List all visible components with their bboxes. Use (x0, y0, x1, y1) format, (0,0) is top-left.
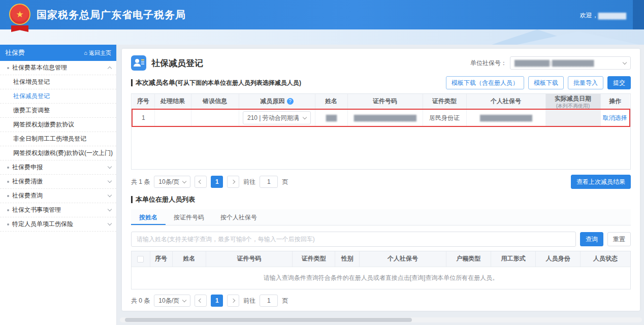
reduction-table: 序号 处理结果 错误信息 减员原因? 姓名 证件号码 证件类型 个人社保号 实际… (131, 93, 631, 170)
chevron-down-icon (108, 165, 112, 169)
cell-reason: 210 | 劳动合同期满 (239, 109, 315, 126)
chevron-down-icon (303, 115, 307, 119)
sidebar-item-declare[interactable]: 社保费申报 (0, 160, 116, 175)
section1-title: 本次减员名单(可从下面的本单位在册人员列表选择减员人员) (131, 78, 301, 87)
cancel-select-link[interactable]: 取消选择 (603, 114, 627, 121)
reduction-table-header: 序号 处理结果 错误信息 减员原因? 姓名 证件号码 证件类型 个人社保号 实际… (132, 94, 630, 109)
reset-button[interactable]: 重置 (607, 232, 631, 246)
search-input[interactable] (131, 232, 576, 247)
empty-row: 请输入查询条件查询符合条件的在册人员或者直接点击[查询]查询本单位所有在册人员。 (132, 267, 630, 289)
next-page-button[interactable] (227, 295, 239, 307)
goto-label: 前往 (243, 178, 255, 186)
chevron-right-icon (231, 180, 235, 184)
chevron-down-icon (108, 193, 112, 197)
goto-page-input[interactable] (260, 295, 278, 307)
site-title: 国家税务总局广东省电子税务局 (37, 8, 186, 22)
chevron-left-icon (199, 180, 203, 184)
username-masked: ████████ (598, 13, 626, 19)
main-area: 社保减员登记 单位社保号： ██████████ | ████████████ … (117, 45, 644, 325)
help-icon[interactable]: ? (287, 98, 294, 105)
pagination-2: 共 0 条 10条/页 1 前往 页 (131, 295, 631, 307)
home-icon: ⌂ (84, 50, 87, 56)
cell-action: 取消选择 (600, 109, 630, 126)
logo-ribbon (11, 25, 28, 32)
sidebar-item-query[interactable]: 社保费查询 (0, 189, 116, 203)
chevron-down-icon (108, 221, 112, 225)
chevron-right-icon (231, 299, 235, 303)
chevron-down-icon (108, 207, 112, 211)
next-page-button[interactable] (227, 176, 239, 188)
prev-page-button[interactable] (195, 295, 207, 307)
sidebar-item-esign-tax-agreement[interactable]: 网签授权划缴税(费)款协议(一次上门) (0, 146, 116, 160)
prev-page-button[interactable] (195, 176, 207, 188)
template-download-button[interactable]: 模板下载 (528, 76, 564, 89)
horizontal-scrollbar[interactable] (120, 317, 642, 322)
goto-page-input[interactable] (260, 176, 278, 188)
select-all-checkbox[interactable] (137, 256, 144, 263)
cell-error (191, 109, 239, 126)
page-title: 社保减员登记 (151, 57, 203, 69)
submit-button[interactable]: 提交 (607, 76, 631, 89)
empty-message: 请输入查询条件查询符合条件的在册人员或者直接点击[查询]查询本单位所有在册人员。 (132, 267, 630, 289)
sidebar-item-wage-adjust[interactable]: 缴费工资调整 (0, 104, 116, 118)
page-number-button[interactable]: 1 (211, 295, 223, 307)
sidebar-item-esign-fee-agreement[interactable]: 网签授权划缴费款协议 (0, 118, 116, 132)
batch-import-button[interactable]: 批量导入 (568, 76, 603, 89)
view-last-result-button[interactable]: 查看上次减员结果 (571, 175, 631, 189)
back-home-link[interactable]: ⌂ 返回主页 (84, 49, 111, 57)
sidebar-item-add-person[interactable]: 社保增员登记 (0, 75, 116, 89)
page-number-button[interactable]: 1 (211, 176, 223, 188)
banner (0, 29, 644, 45)
content-card: 社保减员登记 单位社保号： ██████████ | ████████████ … (122, 49, 640, 311)
per-page-select[interactable]: 10条/页 (154, 295, 190, 307)
cell-id-type: 居民身份证 (423, 109, 466, 126)
reason-select[interactable]: 210 | 劳动合同期满 (243, 111, 311, 124)
total-count: 共 1 条 (131, 178, 150, 186)
scrollbar-thumb[interactable] (125, 318, 412, 322)
section2-title: 本单位在册人员列表 (131, 195, 195, 204)
chevron-down-icon (182, 298, 186, 302)
search-tabs: 按姓名 按证件号码 按个人社保号 (131, 209, 631, 225)
welcome-prefix: 欢迎， (580, 11, 598, 20)
site-logo: ★ (8, 4, 31, 32)
cell-date (545, 109, 600, 126)
sidebar-header: 社保费 ⌂ 返回主页 (0, 45, 116, 61)
sidebar-item-parttime-injury-add[interactable]: 非全日制用工工伤增员登记 (0, 132, 116, 146)
welcome-user[interactable]: 欢迎， ████████ (580, 11, 626, 20)
sidebar-item-basic-info[interactable]: 社保费基本信息管理 (0, 61, 116, 75)
cell-id-number: ██████████████████ (347, 109, 423, 126)
tab-by-id-number[interactable]: 按证件号码 (166, 209, 212, 225)
sidebar-item-reduce-person[interactable]: 社保减员登记 (0, 89, 116, 104)
banner-mountain-shape (517, 31, 639, 45)
tab-by-personal-ssn[interactable]: 按个人社保号 (212, 209, 265, 225)
per-page-select[interactable]: 10条/页 (154, 176, 190, 188)
chevron-down-icon (108, 179, 112, 183)
page-unit-label: 页 (282, 178, 288, 186)
sidebar-item-special-injury[interactable]: 特定人员单项工伤保险 (0, 217, 116, 232)
template-download-with-staff-button[interactable]: 模板下载（含在册人员） (446, 76, 524, 89)
staff-table-header: 序号 姓名 证件号码 证件类型 性别 个人社保号 户籍类型 用工形式 人员身份 … (132, 251, 630, 267)
chevron-down-icon (623, 60, 627, 64)
goto-label: 前往 (243, 297, 255, 305)
header-right-strip (633, 0, 644, 29)
cell-result (154, 109, 191, 126)
sidebar-title: 社保费 (5, 48, 25, 57)
staff-table: 序号 姓名 证件号码 证件类型 性别 个人社保号 户籍类型 用工形式 人员身份 … (131, 251, 631, 289)
sidebar-item-payoff[interactable]: 社保费清缴 (0, 175, 116, 189)
table-row-selected: 1 210 | 劳动合同期满 ███ ██████████████████ (132, 109, 630, 126)
total-count: 共 0 条 (131, 297, 150, 305)
chevron-left-icon (199, 299, 203, 303)
sidebar-item-documents[interactable]: 社保文书事项管理 (0, 203, 116, 217)
cell-personal-ssn: ███████████████ (466, 109, 545, 126)
tab-by-name[interactable]: 按姓名 (131, 209, 166, 225)
unit-ssn-label: 单位社保号： (470, 59, 507, 68)
pagination-1: 共 1 条 10条/页 1 前往 页 查看上次减员结果 (131, 175, 631, 189)
unit-ssn-select[interactable]: ██████████ | ████████████ (510, 56, 631, 70)
cell-seq: 1 (132, 109, 154, 126)
cell-name: ███ (315, 109, 347, 126)
unit-ssn-value: ██████████ | ████████████ (514, 60, 593, 66)
chevron-down-icon (182, 179, 186, 183)
national-emblem-icon: ★ (9, 4, 30, 25)
top-header: ★ 国家税务总局广东省电子税务局 欢迎， ████████ (0, 0, 644, 29)
query-button[interactable]: 查询 (580, 232, 603, 246)
